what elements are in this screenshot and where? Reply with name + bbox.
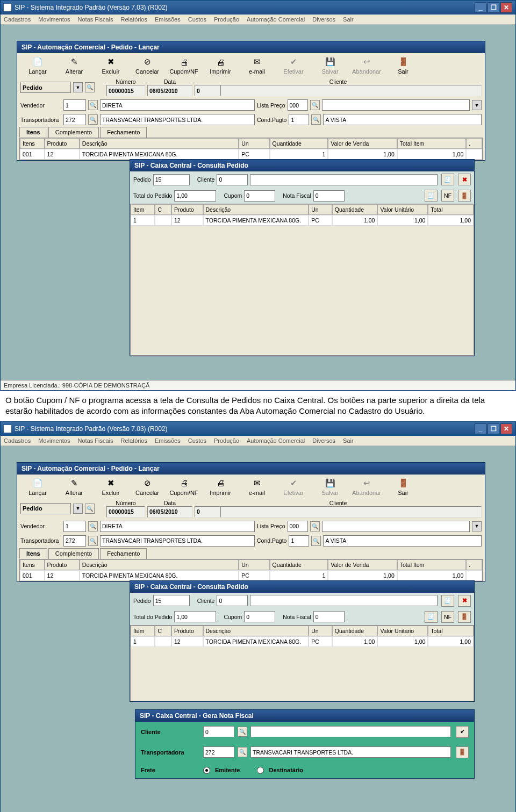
menu-item[interactable]: Cadastros [4, 16, 31, 23]
search-icon[interactable]: 🔍 [88, 521, 98, 531]
menu-item[interactable]: Sair [343, 437, 354, 444]
search-icon[interactable]: 🔍 [311, 536, 321, 546]
email-button[interactable]: ✉e-mail [239, 55, 275, 76]
menu-item[interactable]: Emissões [155, 16, 181, 23]
cupom-nf-button[interactable]: 🖨Cupom/NF [166, 477, 202, 497]
chevron-down-icon[interactable]: ▼ [73, 504, 83, 514]
radio-emitente[interactable] [203, 767, 210, 774]
tab-complemento[interactable]: Complemento [48, 127, 99, 138]
lancar-button[interactable]: 📄Lançar [19, 55, 56, 76]
sair-button[interactable]: 🚪Sair [385, 477, 421, 497]
tab-fechamento[interactable]: Fechamento [100, 127, 147, 138]
cancelar-button[interactable]: ⊘Cancelar [129, 477, 166, 497]
toolbar-label: Cancelar [135, 68, 159, 75]
receipt-button[interactable]: 🧾 [441, 595, 454, 607]
alterar-button[interactable]: ✎Alterar [56, 477, 92, 497]
menu-item[interactable]: Diversos [312, 437, 335, 444]
menu-item[interactable]: Produção [214, 437, 239, 444]
tab-complemento[interactable]: Complemento [48, 548, 99, 559]
alterar-button[interactable]: ✎Alterar [56, 55, 92, 76]
imprimir-button[interactable]: 🖨Imprimir [202, 477, 239, 497]
exit-button[interactable]: 🚪 [456, 746, 469, 758]
nf-button[interactable]: NF [441, 190, 454, 202]
menu-item[interactable]: Sair [343, 16, 354, 23]
menu-item[interactable]: Cadastros [4, 437, 31, 444]
search-icon[interactable]: 🔍 [85, 82, 95, 92]
receipt-button-2[interactable]: 🧾 [425, 611, 438, 623]
search-icon[interactable]: 🔍 [310, 100, 320, 110]
modal2-cliente-field[interactable]: 0 [203, 726, 234, 737]
vendedor-cod-field[interactable]: 1 [63, 521, 86, 532]
lista-field[interactable]: 000 [288, 521, 308, 532]
search-icon[interactable]: 🔍 [88, 114, 98, 125]
close-button[interactable]: ✕ [500, 2, 512, 13]
close-modal-button[interactable]: ✖ [458, 595, 471, 607]
close-button[interactable]: ✕ [500, 423, 512, 434]
chevron-down-icon[interactable]: ▼ [472, 521, 482, 531]
modal2-transp-cod[interactable]: 272 [203, 746, 234, 758]
excluir-button[interactable]: ✖Excluir [92, 477, 129, 497]
email-button[interactable]: ✉e-mail [239, 477, 275, 497]
tab-fechamento[interactable]: Fechamento [100, 548, 147, 559]
menu-item[interactable]: Diversos [312, 16, 335, 23]
vendedor-cod-field[interactable]: 1 [63, 99, 86, 111]
search-icon[interactable]: 🔍 [311, 114, 321, 125]
cancelar-button[interactable]: ⊘Cancelar [129, 55, 166, 76]
search-icon[interactable]: 🔍 [310, 521, 320, 531]
minimize-button[interactable]: _ [475, 423, 486, 434]
menu-item[interactable]: Automação Comercial [247, 437, 305, 444]
cond-cod-field[interactable]: 1 [289, 114, 309, 125]
search-icon[interactable]: 🔍 [238, 747, 247, 757]
cond-cod-field[interactable]: 1 [289, 535, 309, 547]
search-icon[interactable]: 🔍 [88, 536, 98, 546]
menu-item[interactable]: Custos [188, 437, 206, 444]
exit-modal-button[interactable]: 🚪 [458, 190, 471, 202]
receipt-button-2[interactable]: 🧾 [425, 190, 438, 202]
pedido-combo[interactable]: Pedido [20, 503, 71, 514]
tab-itens[interactable]: Itens [19, 127, 47, 138]
search-icon[interactable]: 🔍 [88, 100, 98, 110]
modal-cliente-label: Cliente [197, 598, 215, 604]
search-icon[interactable]: 🔍 [85, 504, 95, 514]
menu-item[interactable]: Movimentos [38, 16, 70, 23]
imprimir-button[interactable]: 🖨Imprimir [202, 55, 239, 76]
maximize-button[interactable]: ❐ [488, 423, 499, 434]
cupom-nf-button[interactable]: 🖨Cupom/NF [166, 55, 202, 76]
confirm-button[interactable]: ✔ [456, 726, 469, 738]
table-row[interactable]: 001 12 TORCIDA PIMENTA MEXICANA 80G. PC … [20, 149, 482, 160]
receipt-button[interactable]: 🧾 [441, 174, 454, 185]
sair-button[interactable]: 🚪Sair [385, 55, 421, 76]
menu-item[interactable]: Automação Comercial [247, 16, 305, 23]
table-row[interactable]: 1 12 TORCIDA PIMENTA MEXICANA 80G. PC 1,… [131, 215, 474, 226]
modal2-transp-nome: TRANSVACARI TRANSPORTES LTDA. [250, 746, 451, 758]
tab-itens[interactable]: Itens [19, 548, 47, 559]
menu-item[interactable]: Produção [214, 16, 239, 23]
transp-nome-field: TRANSVACARI TRANSPORTES LTDA. [100, 114, 255, 125]
transp-cod-field[interactable]: 272 [63, 114, 86, 125]
chevron-down-icon[interactable]: ▼ [73, 82, 83, 92]
lancar-button[interactable]: 📄Lançar [19, 477, 56, 497]
menu-item[interactable]: Notas Fiscais [77, 437, 113, 444]
table-row[interactable]: 001 12 TORCIDA PIMENTA MEXICANA 80G. PC … [20, 570, 482, 581]
chevron-down-icon[interactable]: ▼ [472, 100, 482, 110]
nf-button[interactable]: NF [441, 611, 454, 623]
radio-destinatario[interactable] [257, 767, 264, 774]
menu-item[interactable]: Custos [188, 16, 206, 23]
minimize-button[interactable]: _ [475, 2, 486, 13]
close-modal-button[interactable]: ✖ [458, 174, 471, 185]
menu-item[interactable]: Notas Fiscais [77, 16, 113, 23]
cell: 1 [131, 215, 155, 226]
exit-modal-button[interactable]: 🚪 [458, 611, 471, 623]
table-row[interactable]: 1 12 TORCIDA PIMENTA MEXICANA 80G. PC 1,… [131, 636, 474, 647]
menu-item[interactable]: Relatórios [120, 16, 147, 23]
maximize-button[interactable]: ❐ [488, 2, 499, 13]
lista-field[interactable]: 000 [288, 99, 308, 111]
menu-item[interactable]: Movimentos [38, 437, 70, 444]
transp-cod-field[interactable]: 272 [63, 535, 86, 547]
menu-item[interactable]: Relatórios [120, 437, 147, 444]
pedido-combo[interactable]: Pedido [20, 82, 71, 93]
grid-header: Produto [45, 559, 80, 570]
search-icon[interactable]: 🔍 [238, 727, 247, 737]
excluir-button[interactable]: ✖Excluir [92, 55, 129, 76]
menu-item[interactable]: Emissões [155, 437, 181, 444]
